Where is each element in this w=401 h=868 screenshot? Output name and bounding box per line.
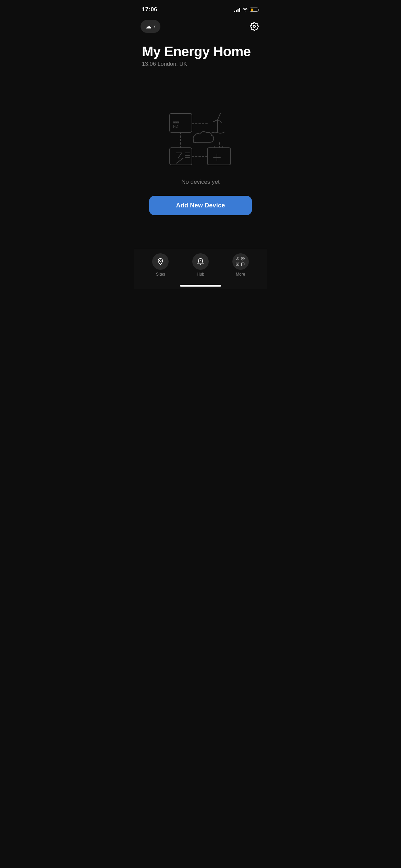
svg-point-21 <box>237 257 238 258</box>
settings-button[interactable] <box>248 20 260 33</box>
main-content: ▣▣▣ H2 No devices yet Add New Device <box>134 73 267 249</box>
svg-point-20 <box>200 260 201 261</box>
svg-text:▣▣▣: ▣▣▣ <box>173 120 179 124</box>
battery-icon <box>250 8 259 12</box>
more-icon-person <box>236 257 240 261</box>
more-icon-edit <box>236 262 240 266</box>
status-bar: 17:06 <box>134 0 267 17</box>
signal-icon <box>234 7 240 12</box>
device-illustration: ▣▣▣ H2 <box>166 107 235 168</box>
nav-label-sites: Sites <box>156 272 165 277</box>
nav-label-more: More <box>236 272 245 277</box>
svg-text:H2: H2 <box>173 124 178 129</box>
add-device-button[interactable]: Add New Device <box>149 196 252 215</box>
nav-label-hub: Hub <box>197 272 204 277</box>
svg-point-0 <box>253 25 256 28</box>
no-devices-text: No devices yet <box>181 179 220 185</box>
app-header: ☁ ▾ <box>134 17 267 36</box>
nav-icon-sites <box>152 253 169 270</box>
location-subtitle: 13:06 London, UK <box>142 61 259 67</box>
more-icon-settings <box>241 257 245 261</box>
nav-item-more[interactable]: More <box>220 253 260 277</box>
title-section: My Energy Home 13:06 London, UK <box>134 36 267 73</box>
wifi-icon <box>242 8 248 12</box>
nav-icon-hub <box>192 253 209 270</box>
bottom-nav: Sites Hub <box>134 249 267 285</box>
home-indicator-bar <box>180 285 221 287</box>
status-time: 17:06 <box>142 6 157 13</box>
more-icon-message <box>241 262 245 266</box>
home-indicator <box>134 285 267 289</box>
chevron-down-icon: ▾ <box>154 24 156 29</box>
nav-icon-more <box>232 253 249 270</box>
nav-item-hub[interactable]: Hub <box>181 253 221 277</box>
svg-point-22 <box>242 258 243 259</box>
svg-rect-6 <box>170 148 192 165</box>
svg-point-19 <box>160 260 161 262</box>
cloud-icon: ☁ <box>145 23 151 30</box>
cloud-selector-button[interactable]: ☁ ▾ <box>141 20 160 33</box>
svg-rect-10 <box>207 148 231 165</box>
nav-item-sites[interactable]: Sites <box>141 253 181 277</box>
status-icons <box>234 7 259 12</box>
main-title: My Energy Home <box>142 44 259 59</box>
